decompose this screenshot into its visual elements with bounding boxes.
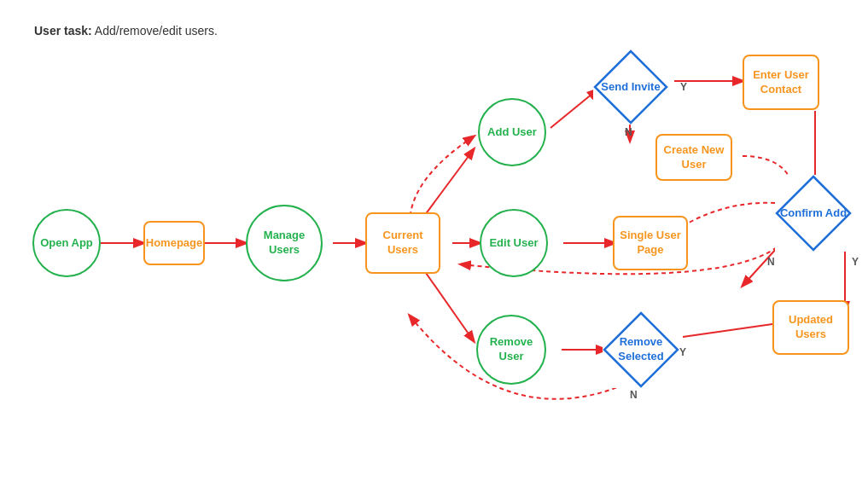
remove-selected-n-label: N (630, 389, 638, 401)
single-user-page-node: Single User Page (613, 216, 688, 270)
edit-user-node: Edit User (480, 209, 548, 277)
page-title: User task: Add/remove/edit users. (34, 24, 218, 38)
manage-users-node: Manage Users (246, 205, 323, 281)
send-invite-node: Send Invite (593, 49, 668, 125)
confirm-add-n-label: N (767, 256, 775, 268)
create-new-user-node: Create New User (655, 134, 732, 181)
svg-line-5 (420, 264, 474, 341)
remove-user-node: Remove User (476, 315, 546, 385)
enter-user-contact-node: Enter User Contact (743, 55, 819, 110)
confirm-add-node: Confirm Add (775, 175, 852, 252)
remove-selected-node: Remove Selected (603, 311, 679, 388)
send-invite-n-label: N (625, 126, 632, 138)
send-invite-y-label: Y (680, 81, 687, 93)
open-app-node: Open App (32, 209, 101, 277)
confirm-add-y-label: Y (852, 256, 859, 268)
add-user-node: Add User (478, 98, 546, 166)
remove-selected-y-label: Y (679, 346, 686, 358)
homepage-node: Homepage (143, 221, 205, 265)
current-users-node: Current Users (365, 212, 440, 274)
updated-users-node: Updated Users (772, 300, 849, 355)
svg-line-3 (420, 149, 474, 222)
svg-line-6 (551, 90, 597, 128)
